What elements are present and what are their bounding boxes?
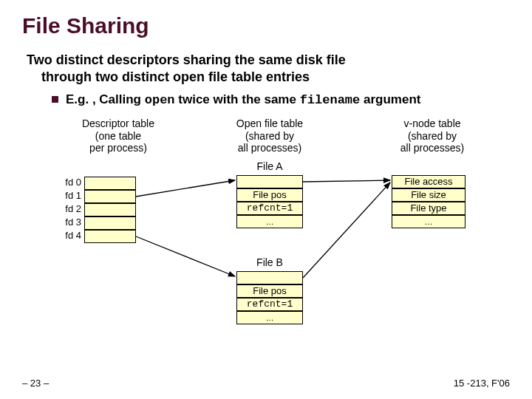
col-desc-l1: Descriptor table: [82, 117, 154, 129]
fd0-label: fd 0: [59, 177, 81, 188]
filea-pos: File pos: [236, 188, 303, 202]
svg-line-2: [303, 180, 390, 182]
footer-left: – 23 –: [22, 378, 49, 389]
col-vnode-head: v-node table (shared by all processes): [384, 117, 480, 154]
fd3-label: fd 3: [59, 216, 81, 228]
svg-line-1: [136, 236, 235, 276]
col-desc-l3: per process): [89, 142, 147, 154]
file-a-label: File A: [236, 160, 303, 172]
bullet-mid: twice with the same: [175, 92, 300, 106]
filea-blank: [236, 175, 303, 188]
svg-line-3: [303, 183, 390, 278]
col-desc-head: Descriptor table (one table per process): [70, 117, 166, 154]
vnode-ell: …: [392, 215, 466, 228]
bullet-suffix: argument: [360, 92, 420, 106]
col-open-l2: (shared by: [245, 130, 294, 142]
fd1-label: fd 1: [59, 190, 81, 201]
subtitle-line1: Two distinct descriptors sharing the sam…: [27, 52, 346, 67]
fileb-refcnt: refcnt=1: [236, 298, 303, 311]
col-desc-l2: (one table: [95, 130, 141, 142]
fileb-ell: …: [236, 311, 303, 324]
bullet: E.g. , Calling open twice with the same …: [52, 92, 510, 107]
fd1-cell: [84, 190, 136, 203]
fileb-pos: File pos: [236, 284, 303, 298]
vnode-size: File size: [392, 188, 466, 202]
fd3-cell: [84, 216, 136, 230]
col-vnode-l3: all processes): [400, 142, 464, 154]
fd2-cell: [84, 203, 136, 216]
subtitle-line2: through two distinct open file table ent…: [41, 69, 310, 84]
bullet-prefix: E.g. , Calling: [66, 92, 145, 106]
bullet-code1: open: [145, 93, 175, 107]
svg-line-0: [136, 180, 235, 197]
fd4-cell: [84, 230, 136, 243]
fileb-blank: [236, 271, 303, 284]
vnode-type: File type: [392, 202, 466, 215]
col-open-l1: Open file table: [236, 117, 303, 129]
col-open-head: Open file table (shared by all processes…: [222, 117, 318, 154]
fd4-label: fd 4: [59, 230, 81, 241]
diagram: Descriptor table (one table per process)…: [30, 117, 517, 361]
subtitle: Two distinct descriptors sharing the sam…: [27, 52, 510, 86]
filea-refcnt: refcnt=1: [236, 202, 303, 215]
slide-title: File Sharing: [22, 13, 510, 38]
fd2-label: fd 2: [59, 203, 81, 214]
col-open-l3: all processes): [238, 142, 301, 154]
filea-ell: …: [236, 215, 303, 228]
bullet-code2: filename: [300, 93, 361, 107]
footer-right: 15 -213, F'06: [454, 378, 510, 389]
vnode-access: File access: [392, 175, 466, 188]
col-vnode-l2: (shared by: [408, 130, 457, 142]
file-b-label: File B: [236, 256, 303, 268]
fd0-cell: [84, 177, 136, 190]
bullet-icon: [52, 96, 58, 103]
col-vnode-l1: v-node table: [403, 117, 460, 129]
